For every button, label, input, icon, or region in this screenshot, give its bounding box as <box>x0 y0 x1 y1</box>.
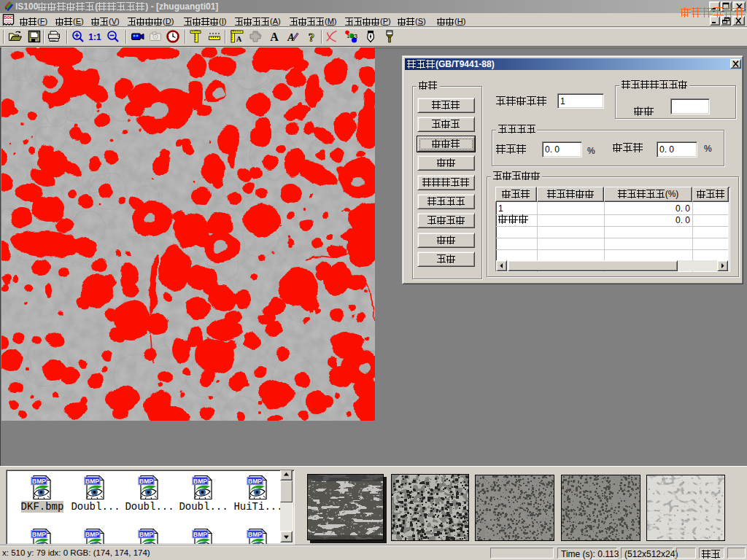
svg-text:3: 3 <box>354 33 357 40</box>
svg-text:BMP: BMP <box>85 531 99 538</box>
svg-text:1:1: 1:1 <box>88 32 101 42</box>
svg-text:?: ? <box>309 31 315 44</box>
svg-text:BMP: BMP <box>139 478 153 485</box>
svg-text:A: A <box>236 35 242 43</box>
svg-text:BMP: BMP <box>248 478 262 485</box>
svg-text:BMP: BMP <box>193 478 207 485</box>
svg-text:BMP: BMP <box>85 478 99 485</box>
svg-text:BMP: BMP <box>248 531 262 538</box>
svg-text:BMP: BMP <box>193 531 207 538</box>
svg-text:DOC: DOC <box>4 15 13 20</box>
svg-text:BMP: BMP <box>139 531 153 538</box>
svg-text:BMP: BMP <box>32 478 46 485</box>
svg-text:A: A <box>287 32 294 43</box>
svg-text:A: A <box>270 31 279 43</box>
svg-text:BMP: BMP <box>32 531 46 538</box>
